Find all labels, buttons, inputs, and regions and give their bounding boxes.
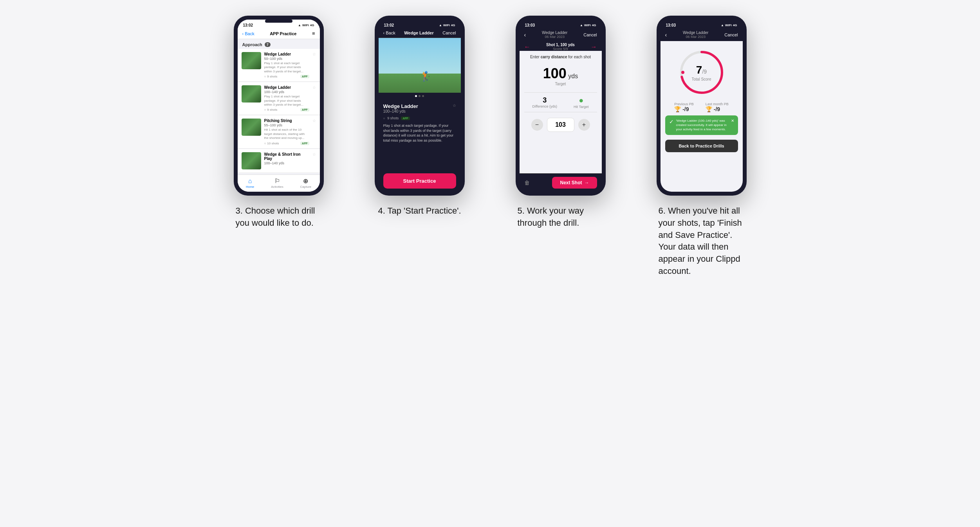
nav-title-4: Wedge Ladder xyxy=(404,31,434,35)
start-practice-button[interactable]: Start Practice xyxy=(383,173,456,189)
golf-image: 🏌 xyxy=(379,38,461,93)
trophy-icon-2: 🏆 xyxy=(706,106,712,112)
nav-bar-4: ‹ Back Wedge Ladder Cancel xyxy=(379,29,461,38)
drill-item-2[interactable]: Pitching String 55–100 yds Hit 1 shot at… xyxy=(238,115,320,148)
phone-notch-6 xyxy=(688,20,715,23)
menu-icon-3[interactable]: ≡ xyxy=(312,31,315,36)
score-center: 7/9 Total Score xyxy=(691,64,711,81)
drill-info-1: Wedge Ladder 100–140 yds Play 1 shot at … xyxy=(264,85,309,112)
phone-frame-6: 13:03 ▲WiFi4G ‹ Wedge Ladder 06 Mar 2023… xyxy=(657,16,747,196)
next-shot-bar: 🗑 Next Shot → xyxy=(520,173,602,192)
drill-footer-0: ○ 9 shots APP xyxy=(264,75,309,78)
phone-notch-5 xyxy=(547,20,574,23)
phone-inner-6: 13:03 ▲WiFi4G ‹ Wedge Ladder 06 Mar 2023… xyxy=(661,20,743,192)
bottom-nav-3: ⌂ Home ⚐ Activities ⊕ Capture xyxy=(238,174,320,192)
back-button-4[interactable]: ‹ Back xyxy=(383,31,395,35)
nav-capture[interactable]: ⊕ Capture xyxy=(300,177,311,189)
drill-info-0: Wedge Ladder 50–100 yds Play 1 shot at e… xyxy=(264,52,309,78)
drill-item-3[interactable]: Wedge & Short Iron Play 100–140 yds ☆ xyxy=(238,149,320,173)
activities-icon: ⚐ xyxy=(274,177,280,185)
drill-item-0[interactable]: Wedge Ladder 50–100 yds Play 1 shot at e… xyxy=(238,49,320,82)
drill-footer-1: ○ 9 shots APP xyxy=(264,108,309,112)
drill-info-2: Pitching String 55–100 yds Hit 1 shot at… xyxy=(264,119,309,145)
back-button-3[interactable]: ‹ Back xyxy=(242,31,254,36)
increment-button[interactable]: + xyxy=(578,119,590,131)
shot-nav-center: Wedge Ladder 06 Mar 2023 xyxy=(542,31,567,39)
drill-info-3: Wedge & Short Iron Play 100–140 yds xyxy=(264,152,309,166)
caption-5: 5. Work your way through the drill. xyxy=(518,205,604,229)
input-row: − 103 + xyxy=(524,118,597,132)
star-icon-practice[interactable]: ☆ xyxy=(453,103,456,108)
back-arrow-5[interactable]: ‹ xyxy=(524,32,526,38)
nav-bar-3: ‹ Back APP Practice ≡ xyxy=(238,29,320,39)
star-icon-0[interactable]: ☆ xyxy=(312,52,316,56)
shot-body: Enter carry distance for each shot 100 y… xyxy=(520,51,602,173)
drill-thumb-0 xyxy=(242,52,261,69)
shot-value-input[interactable]: 103 xyxy=(547,118,574,132)
main-container: 13:02 ▲ WiFi 4G ‹ Back APP Practice ≡ xyxy=(216,16,764,277)
check-icon: ✓ xyxy=(669,119,674,125)
phone-frame-5: 13:03 ▲WiFi4G ‹ Wedge Ladder 06 Mar 2023… xyxy=(516,16,606,196)
pb-row: Previous PB 🏆 -/9 Last month PB 🏆 -/9 xyxy=(674,102,729,112)
phone-inner-5: 13:03 ▲WiFi4G ‹ Wedge Ladder 06 Mar 2023… xyxy=(520,20,602,192)
caption-6: 6. When you've hit all your shots, tap '… xyxy=(659,205,745,277)
difference-result: 3 Difference (yds) xyxy=(532,96,557,108)
star-icon-1[interactable]: ☆ xyxy=(312,85,316,90)
decrement-button[interactable]: − xyxy=(531,119,543,131)
status-icons-4: ▲WiFi4G xyxy=(439,23,455,27)
caption-3: 3. Choose which drill you would like to … xyxy=(236,205,322,229)
score-body: 7/9 Total Score Previous PB 🏆 -/9 xyxy=(661,41,743,192)
golfer-silhouette: 🏌 xyxy=(420,71,432,82)
shot-nav-6: ‹ Wedge Ladder 06 Mar 2023 Cancel xyxy=(661,29,743,41)
next-shot-arrow[interactable]: → xyxy=(591,43,597,50)
star-icon-2[interactable]: ☆ xyxy=(312,119,316,123)
practice-info: Wedge Ladder 100–140 yds ☆ ○ 9 shots APP… xyxy=(379,99,461,170)
drill-list-screen: Approach 7 Wedge Ladder 50–100 yds Play … xyxy=(238,39,320,174)
phone-notch-4 xyxy=(406,20,433,23)
prev-shot-arrow[interactable]: ← xyxy=(524,43,531,50)
nav-activities[interactable]: ⚐ Activities xyxy=(271,177,283,189)
cancel-button-4[interactable]: Cancel xyxy=(442,31,456,35)
drill-footer-2: ○ 10 shots APP xyxy=(264,142,309,145)
next-shot-button[interactable]: Next Shot → xyxy=(552,177,597,189)
shot-header: ← Shot 1, 100 yds Score 5/9 → xyxy=(520,41,602,51)
cancel-button-5[interactable]: Cancel xyxy=(583,32,597,37)
drill-thumb-1 xyxy=(242,85,261,103)
phone-frame-4: 13:02 ▲WiFi4G ‹ Back Wedge Ladder Cancel xyxy=(375,16,465,196)
svg-point-2 xyxy=(681,71,684,74)
carry-label: Enter carry distance for each shot xyxy=(524,55,597,59)
section-badge: 7 xyxy=(265,42,271,47)
phone-frame-3: 13:02 ▲ WiFi 4G ‹ Back APP Practice ≡ xyxy=(234,16,324,196)
prev-pb: Previous PB 🏆 -/9 xyxy=(674,102,694,112)
target-display: 100 yds Target xyxy=(524,63,597,88)
status-icons-5: ▲WiFi4G xyxy=(580,23,596,27)
trophy-icon-1: 🏆 xyxy=(674,106,681,112)
toast-close[interactable]: ✕ xyxy=(731,119,734,123)
cancel-button-6[interactable]: Cancel xyxy=(724,32,738,37)
delete-icon[interactable]: 🗑 xyxy=(524,180,530,186)
shot-nav-5: ‹ Wedge Ladder 06 Mar 2023 Cancel xyxy=(520,29,602,41)
phone-section-6: 13:03 ▲WiFi4G ‹ Wedge Ladder 06 Mar 2023… xyxy=(639,16,764,277)
drill-item-1[interactable]: Wedge Ladder 100–140 yds Play 1 shot at … xyxy=(238,82,320,115)
score-circle: 7/9 Total Score xyxy=(678,49,725,96)
nav-center-6: Wedge Ladder 06 Mar 2023 xyxy=(683,31,708,39)
capture-icon: ⊕ xyxy=(303,177,308,185)
star-icon-3[interactable]: ☆ xyxy=(312,152,316,156)
drill-thumb-3 xyxy=(242,152,261,169)
phone-section-4: 13:02 ▲WiFi4G ‹ Back Wedge Ladder Cancel xyxy=(357,16,482,217)
section-header: Approach 7 xyxy=(238,39,320,49)
result-row: 3 Difference (yds) ● Hit Target xyxy=(524,92,597,112)
caption-4: 4. Tap 'Start Practice'. xyxy=(378,205,461,217)
phone-section-3: 13:02 ▲ WiFi 4G ‹ Back APP Practice ≡ xyxy=(216,16,341,229)
phone-inner-4: 13:02 ▲WiFi4G ‹ Back Wedge Ladder Cancel xyxy=(379,20,461,192)
image-dots xyxy=(379,93,461,99)
nav-home[interactable]: ⌂ Home xyxy=(246,178,254,189)
last-pb: Last month PB 🏆 -/9 xyxy=(706,102,729,112)
success-toast: ✓ 'Wedge Ladder (100–140 yds)' was creat… xyxy=(665,115,738,135)
status-icons-3: ▲ WiFi 4G xyxy=(298,23,314,27)
back-button-6[interactable]: ‹ xyxy=(665,32,667,38)
back-to-drills-button[interactable]: Back to Practice Drills xyxy=(665,140,738,152)
nav-title-3: APP Practice xyxy=(270,31,296,36)
drill-thumb-2 xyxy=(242,119,261,136)
phone-notch-3 xyxy=(265,20,292,23)
